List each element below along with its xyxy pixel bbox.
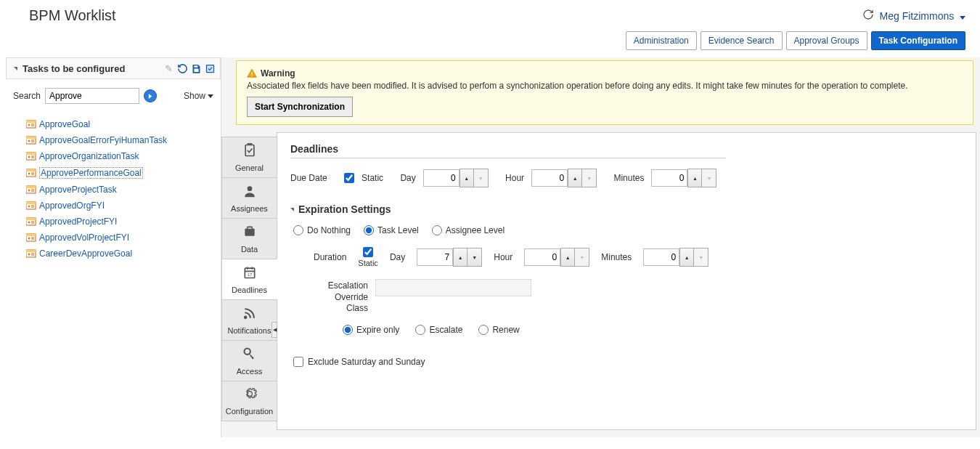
exp-day-down[interactable]: ▼ bbox=[467, 248, 482, 267]
exp-min-up[interactable]: ▲ bbox=[679, 248, 694, 267]
vtab-label: General bbox=[235, 163, 264, 172]
svg-point-15 bbox=[28, 190, 30, 191]
task-item[interactable]: ApproveGoal bbox=[26, 116, 213, 132]
expiration-title: Expiration Settings bbox=[298, 203, 391, 215]
exp-min-down[interactable]: ▼ bbox=[694, 248, 709, 267]
svg-rect-17 bbox=[26, 202, 36, 204]
task-item[interactable]: ApprovedOrgFYI bbox=[26, 198, 213, 214]
task-link[interactable]: ApprovedOrgFYI bbox=[39, 201, 105, 211]
task-link[interactable]: ApproveOrganizationTask bbox=[39, 151, 139, 161]
task-item[interactable]: ApproveOrganizationTask bbox=[26, 148, 213, 164]
vtab-notifications[interactable]: Notifications bbox=[221, 299, 277, 340]
warning-title-text: Warning bbox=[261, 68, 295, 78]
expand-icon[interactable] bbox=[14, 67, 17, 70]
due-minutes-input[interactable] bbox=[651, 169, 687, 187]
exp-hour-input[interactable] bbox=[524, 248, 560, 266]
vtab-label: Access bbox=[237, 367, 262, 376]
assignee-level-label: Assignee Level bbox=[446, 225, 505, 235]
svg-text:17: 17 bbox=[247, 272, 251, 277]
vtab-configuration[interactable]: Configuration bbox=[221, 381, 277, 421]
search-input[interactable] bbox=[45, 88, 139, 104]
exp-hour-down[interactable]: ▼ bbox=[575, 248, 589, 267]
task-item[interactable]: ApproveGoalErrorFyiHumanTask bbox=[26, 132, 213, 148]
task-level-label: Task Level bbox=[377, 225, 419, 235]
vtab-deadlines[interactable]: 17Deadlines bbox=[221, 259, 277, 299]
svg-point-27 bbox=[28, 254, 30, 255]
task-icon bbox=[26, 169, 36, 177]
evidence-search-button[interactable]: Evidence Search bbox=[701, 31, 783, 50]
show-dropdown[interactable]: Show bbox=[184, 91, 213, 101]
exclude-label: Exclude Saturday and Sunday bbox=[308, 357, 425, 367]
administration-button[interactable]: Administration bbox=[626, 31, 697, 50]
edit-icon[interactable]: ✎ bbox=[163, 62, 174, 74]
due-min-up[interactable]: ▲ bbox=[687, 169, 702, 187]
task-item[interactable]: ApproveProjectTask bbox=[26, 182, 213, 198]
user-menu[interactable]: Meg Fitzimmons bbox=[880, 10, 965, 22]
exp-minutes-input[interactable] bbox=[643, 248, 679, 266]
exp-static-checkbox[interactable] bbox=[363, 247, 373, 257]
page-title: BPM Worklist bbox=[29, 7, 116, 24]
general-icon bbox=[242, 143, 257, 161]
due-day-input[interactable] bbox=[423, 169, 460, 187]
task-link[interactable]: ApprovedVolProjectFYI bbox=[39, 232, 129, 243]
task-item[interactable]: CareerDevApproveGoal bbox=[26, 246, 213, 262]
commit-icon[interactable] bbox=[204, 62, 216, 74]
exclude-weekend-checkbox[interactable] bbox=[293, 357, 303, 367]
task-link[interactable]: ApproveProjectTask bbox=[39, 185, 117, 195]
approval-groups-button[interactable]: Approval Groups bbox=[786, 31, 867, 50]
duration-label: Duration bbox=[314, 252, 346, 262]
task-link[interactable]: ApprovePerformanceGoal bbox=[39, 167, 143, 179]
save-icon[interactable] bbox=[190, 62, 202, 74]
exp-hour-up[interactable]: ▲ bbox=[560, 248, 575, 267]
vtab-assignees[interactable]: Assignees bbox=[221, 177, 277, 218]
svg-point-3 bbox=[28, 124, 30, 126]
radio-do-nothing[interactable]: Do Nothing bbox=[293, 225, 351, 235]
start-sync-button[interactable]: Start Synchronization bbox=[247, 97, 353, 117]
svg-rect-8 bbox=[26, 153, 36, 155]
due-hour-down[interactable]: ▼ bbox=[582, 169, 597, 187]
escalation-input[interactable] bbox=[375, 279, 531, 296]
task-link[interactable]: ApproveGoalErrorFyiHumanTask bbox=[39, 135, 167, 145]
radio-escalate[interactable]: Escalate bbox=[415, 325, 462, 335]
due-day-up[interactable]: ▲ bbox=[460, 169, 474, 187]
exp-day-up[interactable]: ▲ bbox=[453, 248, 467, 267]
exp-minutes-label: Minutes bbox=[601, 252, 632, 262]
expand-icon[interactable] bbox=[290, 208, 294, 211]
vtab-general[interactable]: General bbox=[221, 137, 277, 177]
task-link[interactable]: CareerDevApproveGoal bbox=[39, 248, 132, 259]
task-link[interactable]: ApprovedProjectFYI bbox=[39, 217, 117, 227]
due-static-checkbox[interactable] bbox=[344, 173, 354, 183]
svg-rect-32 bbox=[245, 228, 254, 235]
task-configuration-button[interactable]: Task Configuration bbox=[871, 31, 965, 50]
vtab-data[interactable]: Data bbox=[221, 218, 277, 259]
due-hour-input[interactable] bbox=[531, 169, 568, 187]
exp-day-label: Day bbox=[390, 252, 405, 262]
radio-assignee-level[interactable]: Assignee Level bbox=[432, 225, 505, 235]
do-nothing-label: Do Nothing bbox=[307, 225, 351, 235]
svg-rect-30 bbox=[245, 145, 254, 155]
task-link[interactable]: ApproveGoal bbox=[39, 119, 90, 129]
exp-static-label: Static bbox=[358, 259, 378, 267]
svg-rect-14 bbox=[26, 186, 36, 188]
radio-renew[interactable]: Renew bbox=[478, 325, 519, 335]
search-go-button[interactable] bbox=[144, 89, 157, 102]
due-hour-up[interactable]: ▲ bbox=[568, 169, 582, 187]
svg-point-12 bbox=[28, 173, 30, 174]
expire-only-label: Expire only bbox=[356, 325, 399, 335]
vtab-access[interactable]: Access bbox=[221, 340, 277, 381]
chevron-down-icon bbox=[960, 16, 965, 20]
svg-rect-26 bbox=[26, 250, 36, 252]
revert-icon[interactable] bbox=[176, 62, 188, 74]
due-minutes-label: Minutes bbox=[613, 173, 644, 183]
exp-day-input[interactable] bbox=[417, 248, 453, 266]
task-item[interactable]: ApprovedProjectFYI bbox=[26, 214, 213, 230]
radio-expire-only[interactable]: Expire only bbox=[343, 325, 399, 335]
refresh-icon[interactable] bbox=[862, 9, 874, 23]
due-day-down[interactable]: ▼ bbox=[474, 169, 489, 187]
chevron-down-icon bbox=[208, 94, 213, 98]
radio-task-level[interactable]: Task Level bbox=[364, 225, 419, 235]
due-min-down[interactable]: ▼ bbox=[702, 169, 716, 187]
task-item[interactable]: ApprovedVolProjectFYI bbox=[26, 230, 213, 246]
task-item[interactable]: ApprovePerformanceGoal bbox=[26, 164, 213, 182]
collapse-handle[interactable]: ◀ bbox=[271, 322, 277, 338]
